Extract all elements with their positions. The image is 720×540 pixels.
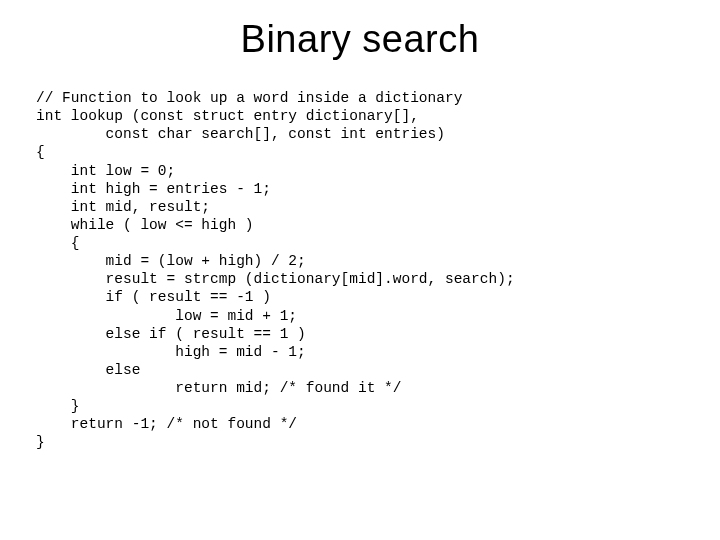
- slide-title: Binary search: [36, 18, 684, 61]
- code-block: // Function to look up a word inside a d…: [36, 89, 684, 452]
- slide: Binary search // Function to look up a w…: [0, 0, 720, 540]
